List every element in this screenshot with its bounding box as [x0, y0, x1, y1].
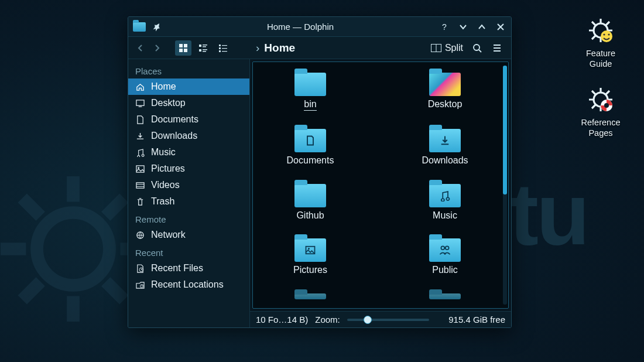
sidebar-heading-recent: Recent	[128, 243, 249, 260]
svg-rect-10	[184, 44, 187, 47]
folder-public[interactable]: Public	[410, 238, 480, 284]
folder-partial[interactable]	[275, 293, 345, 308]
zoom-slider-thumb[interactable]	[364, 316, 372, 324]
sidebar-item-label: Pictures	[151, 163, 185, 174]
scrollbar[interactable]	[503, 66, 507, 305]
folder-icon	[429, 293, 461, 299]
desktop-icon-label: FeatureGuide	[586, 48, 615, 69]
folder-icon	[429, 184, 461, 207]
svg-rect-24	[222, 51, 227, 52]
maximize-button[interactable]	[476, 21, 488, 33]
file-label: Music	[433, 210, 457, 221]
file-label: Public	[432, 265, 458, 275]
sidebar-item-label: Network	[151, 230, 186, 240]
sidebar-item-desktop[interactable]: Desktop	[128, 95, 249, 111]
sidebar-item-recent-locations[interactable]: Recent Locations	[128, 276, 249, 293]
zoom-slider[interactable]	[347, 319, 429, 321]
desktop-icon-feature-guide[interactable]: FeatureGuide	[571, 16, 630, 69]
gear-lifering-icon	[587, 86, 615, 114]
places-sidebar: Places Home Desktop Documents Downloads …	[128, 59, 250, 327]
breadcrumb[interactable]: › Home	[254, 42, 295, 54]
zoom-label: Zoom:	[315, 315, 340, 325]
sidebar-item-network[interactable]: Network	[128, 227, 249, 243]
hamburger-menu-button[interactable]	[491, 42, 503, 54]
split-label: Split	[445, 43, 463, 53]
sidebar-item-label: Home	[151, 81, 176, 92]
toolbar: › Home Split	[128, 37, 511, 59]
folder-bin[interactable]: bin	[275, 73, 345, 119]
breadcrumb-segment[interactable]: Home	[264, 42, 295, 54]
svg-point-0	[37, 213, 109, 285]
videos-icon	[135, 180, 145, 190]
svg-rect-23	[219, 50, 221, 52]
svg-rect-13	[199, 45, 201, 47]
trash-icon	[135, 197, 145, 207]
svg-point-42	[446, 247, 449, 250]
sidebar-item-downloads[interactable]: Downloads	[128, 128, 249, 144]
svg-point-40	[308, 248, 310, 250]
view-details-button[interactable]	[215, 40, 231, 56]
svg-rect-19	[219, 45, 221, 46]
sidebar-item-label: Desktop	[151, 98, 186, 108]
sidebar-item-documents[interactable]: Documents	[128, 111, 249, 128]
folder-github[interactable]: Github	[275, 184, 345, 230]
minimize-button[interactable]	[457, 21, 469, 33]
svg-rect-15	[203, 46, 206, 47]
sidebar-item-music[interactable]: Music	[128, 144, 249, 160]
sidebar-item-label: Videos	[151, 180, 180, 190]
svg-rect-17	[203, 49, 207, 50]
folder-music[interactable]: Music	[410, 184, 480, 230]
titlebar[interactable]: Home — Dolphin ?	[128, 17, 511, 37]
folder-documents[interactable]: Documents	[275, 129, 345, 175]
scrollbar-thumb[interactable]	[503, 66, 507, 194]
svg-rect-21	[219, 47, 221, 49]
folder-downloads[interactable]: Downloads	[410, 129, 480, 175]
svg-text:?: ?	[442, 22, 447, 32]
window-folder-icon	[133, 22, 146, 32]
desktop-icon-reference-pages[interactable]: ReferencePages	[571, 86, 630, 138]
folder-icon	[294, 293, 326, 299]
svg-rect-33	[136, 182, 144, 187]
svg-point-3	[603, 33, 605, 35]
svg-point-32	[138, 167, 139, 169]
svg-point-2	[601, 30, 612, 42]
dolphin-window: Home — Dolphin ? › Home Split	[128, 16, 512, 328]
file-label: Github	[296, 210, 324, 221]
sidebar-item-recent-files[interactable]: Recent Files	[128, 260, 249, 276]
music-icon	[135, 148, 145, 158]
desktop-icons: FeatureGuide ReferencePages	[571, 16, 630, 139]
sidebar-item-videos[interactable]: Videos	[128, 177, 249, 193]
nav-back-button[interactable]	[134, 42, 147, 54]
recent-locations-icon	[135, 280, 145, 290]
folder-pictures[interactable]: Pictures	[275, 238, 345, 284]
svg-rect-29	[136, 100, 144, 105]
free-space: 915.4 GiB free	[448, 315, 505, 325]
folder-desktop[interactable]: Desktop	[410, 73, 480, 119]
view-compact-button[interactable]	[195, 40, 211, 56]
wallpaper-text: tu	[509, 164, 588, 265]
split-view-button[interactable]: Split	[431, 43, 463, 53]
help-button[interactable]: ?	[439, 21, 450, 33]
svg-rect-16	[199, 49, 201, 52]
nav-forward-button[interactable]	[150, 42, 163, 54]
view-icons-button[interactable]	[175, 40, 191, 56]
sidebar-item-home[interactable]: Home	[128, 78, 249, 95]
svg-line-28	[479, 50, 481, 52]
folder-partial[interactable]	[410, 293, 480, 308]
svg-point-27	[474, 45, 479, 50]
sidebar-item-label: Recent Locations	[151, 279, 224, 290]
file-view[interactable]: bin Desktop Documents Downloads Github M…	[252, 62, 509, 309]
network-icon	[135, 230, 145, 240]
file-label: Downloads	[422, 155, 468, 166]
status-summary: 10 Fo…14 B)	[256, 315, 308, 325]
home-icon	[135, 82, 145, 92]
recent-files-icon	[135, 264, 145, 274]
close-button[interactable]	[495, 21, 506, 33]
sidebar-item-trash[interactable]: Trash	[128, 193, 249, 210]
svg-point-4	[608, 33, 609, 35]
sidebar-item-label: Documents	[151, 114, 198, 125]
sidebar-item-pictures[interactable]: Pictures	[128, 160, 249, 177]
desktop-icon	[135, 98, 145, 108]
search-button[interactable]	[471, 42, 483, 54]
svg-rect-20	[222, 45, 227, 46]
